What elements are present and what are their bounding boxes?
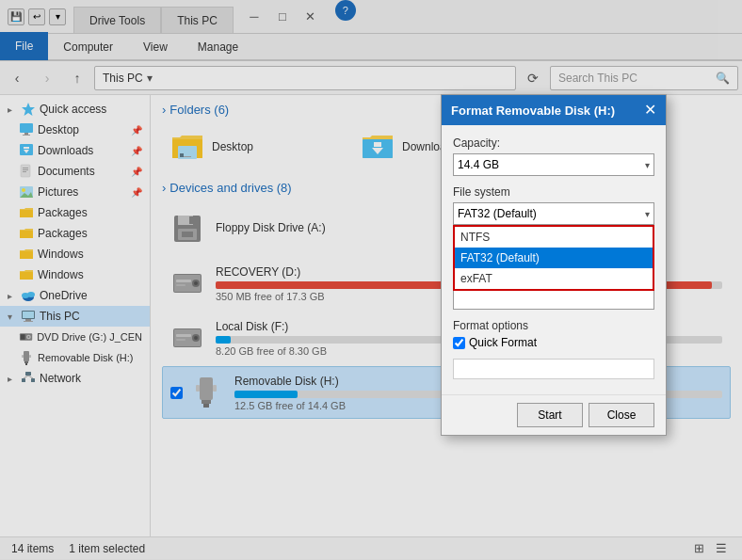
- format-options-title: Format options: [453, 319, 654, 332]
- capacity-value: 14.4 GB: [458, 158, 499, 171]
- close-dialog-button[interactable]: Close: [589, 403, 654, 427]
- quick-format-option[interactable]: Quick Format: [453, 336, 654, 349]
- quick-format-label: Quick Format: [469, 336, 537, 349]
- quick-format-checkbox[interactable]: [453, 337, 465, 349]
- filesystem-value: FAT32 (Default): [458, 207, 537, 220]
- start-button[interactable]: Start: [517, 403, 583, 427]
- filesystem-selected[interactable]: FAT32 (Default) ▾: [453, 202, 654, 225]
- modal-footer: Start Close: [442, 394, 666, 435]
- filesystem-dropdown[interactable]: FAT32 (Default) ▾ NTFS FAT32 (Default) e…: [453, 202, 654, 225]
- capacity-dropdown[interactable]: 14.4 GB ▾: [453, 153, 654, 176]
- format-options-section: Format options Quick Format: [453, 319, 654, 349]
- filesystem-option-ntfs[interactable]: NTFS: [455, 227, 653, 248]
- format-dialog: Format Removable Disk (H:) ✕ Capacity: 1…: [441, 94, 667, 436]
- extra-options-box: [453, 359, 654, 379]
- capacity-arrow-icon: ▾: [645, 160, 650, 170]
- filesystem-option-fat32[interactable]: FAT32 (Default): [455, 248, 653, 268]
- filesystem-option-exfat[interactable]: exFAT: [455, 268, 653, 289]
- capacity-label: Capacity:: [453, 136, 654, 150]
- filesystem-label: File system: [453, 185, 654, 199]
- filesystem-options-list: NTFS FAT32 (Default) exFAT: [453, 225, 654, 291]
- filesystem-arrow-icon: ▾: [645, 209, 650, 219]
- modal-overlay: Format Removable Disk (H:) ✕ Capacity: 1…: [0, 0, 742, 560]
- modal-title-bar: Format Removable Disk (H:) ✕: [442, 95, 666, 125]
- modal-body: Capacity: 14.4 GB ▾ File system FAT32 (D…: [442, 125, 666, 394]
- modal-title: Format Removable Disk (H:): [451, 104, 615, 118]
- modal-close-button[interactable]: ✕: [644, 103, 656, 118]
